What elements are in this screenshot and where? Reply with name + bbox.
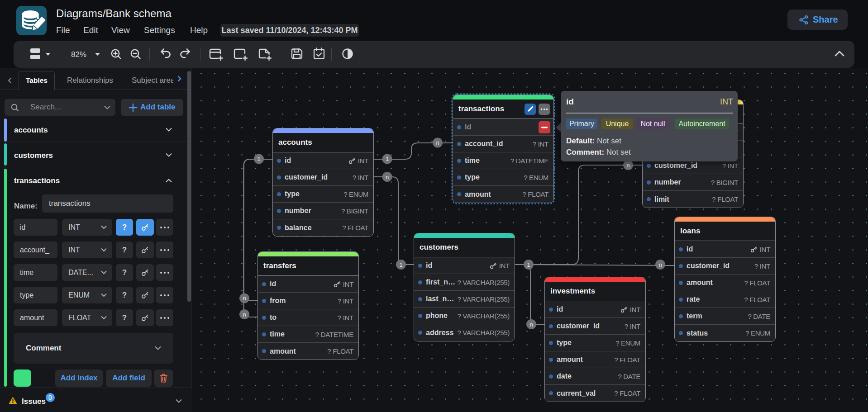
svg-text:1: 1 [527,261,530,268]
svg-text:n: n [243,295,246,302]
svg-text:n: n [626,162,630,169]
svg-text:n: n [436,139,439,146]
svg-text:1: 1 [399,261,402,268]
svg-text:n: n [658,261,662,268]
svg-text:n: n [386,174,389,180]
svg-text:n: n [243,311,246,318]
svg-text:1: 1 [386,156,389,162]
svg-text:1: 1 [257,156,260,162]
svg-text:n: n [529,321,533,328]
